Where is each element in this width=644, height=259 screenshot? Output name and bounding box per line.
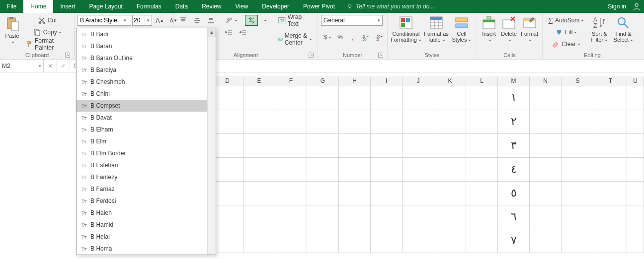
tab-page-layout[interactable]: Page Layout — [82, 0, 129, 13]
cell[interactable] — [627, 182, 644, 205]
cell[interactable] — [466, 110, 498, 134]
font-list-item[interactable]: TᴛB Farnaz — [77, 183, 216, 195]
font-list-item[interactable]: TᴛB Davat — [77, 112, 216, 124]
enter-formula-button[interactable]: ✓ — [57, 60, 70, 72]
cell[interactable] — [402, 229, 434, 253]
cell[interactable] — [594, 86, 627, 110]
font-list-item[interactable]: TᴛB Homa — [77, 243, 216, 255]
cell[interactable] — [212, 110, 243, 134]
cell[interactable] — [627, 229, 644, 253]
cancel-formula-button[interactable]: ✕ — [44, 60, 57, 72]
cell[interactable] — [371, 182, 402, 205]
font-list-item[interactable]: TᴛB Badr — [77, 28, 216, 40]
cell[interactable] — [307, 205, 339, 229]
cell[interactable] — [339, 229, 371, 253]
decrease-indent-button[interactable] — [223, 27, 236, 38]
dialog-launcher-icon[interactable]: ↘ — [65, 53, 70, 58]
paste-button[interactable]: Paste — [3, 15, 21, 50]
scroll-up-button[interactable]: ▲ — [208, 28, 216, 37]
cell[interactable] — [530, 158, 562, 182]
align-bottom-button[interactable] — [205, 15, 218, 26]
clear-button[interactable]: Clear — [546, 39, 586, 50]
cell[interactable] — [594, 205, 627, 229]
cell[interactable] — [594, 158, 627, 182]
tab-data[interactable]: Data — [168, 0, 195, 13]
cell[interactable] — [339, 182, 371, 205]
cell[interactable] — [243, 134, 275, 158]
font-list-item[interactable]: TᴛB Chini — [77, 88, 216, 100]
sort-filter-button[interactable]: AZ Sort & Filter — [588, 15, 610, 50]
cell[interactable] — [307, 182, 339, 205]
text-direction-rtl-button[interactable]: ¶ — [245, 15, 258, 26]
font-list-item[interactable]: TᴛB Baran Outline — [77, 52, 216, 64]
cell[interactable]: ١ — [498, 86, 530, 110]
format-as-table-button[interactable]: Format as Table — [423, 15, 449, 44]
tab-formulas[interactable]: Formulas — [130, 0, 168, 13]
cell[interactable] — [530, 86, 562, 110]
cell[interactable] — [307, 86, 339, 110]
cut-button[interactable]: Cut — [23, 15, 71, 26]
font-size-input[interactable] — [133, 17, 145, 24]
insert-cells-button[interactable]: Insert — [480, 15, 498, 44]
cell[interactable] — [627, 158, 644, 182]
cell[interactable] — [339, 134, 371, 158]
cell[interactable] — [562, 86, 594, 110]
dialog-launcher-icon[interactable]: ↘ — [309, 53, 314, 58]
cell[interactable] — [466, 229, 498, 253]
cell[interactable] — [402, 205, 434, 229]
cell[interactable] — [339, 205, 371, 229]
percent-button[interactable]: % — [335, 32, 346, 43]
cell[interactable]: ٧ — [498, 229, 530, 253]
wrap-text-button[interactable]: Wrap Text — [276, 15, 315, 26]
format-painter-button[interactable]: Format Painter — [23, 39, 71, 50]
cell[interactable] — [212, 182, 243, 205]
column-header-E[interactable]: E — [243, 76, 275, 86]
cell[interactable] — [275, 134, 307, 158]
name-box[interactable]: M2 ▾ — [0, 60, 44, 72]
number-format-combo[interactable]: General ▾ — [321, 15, 383, 26]
column-header-F[interactable]: F — [275, 76, 307, 86]
cell[interactable] — [562, 229, 594, 253]
cell[interactable] — [243, 182, 275, 205]
font-list-item[interactable]: TᴛB Haleh — [77, 207, 216, 219]
cell[interactable] — [434, 182, 466, 205]
cell[interactable] — [434, 134, 466, 158]
cell[interactable] — [275, 158, 307, 182]
font-name-dropdown-icon[interactable]: ▾ — [121, 15, 129, 25]
tab-power-pivot[interactable]: Power Pivot — [296, 0, 342, 13]
cell[interactable] — [562, 110, 594, 134]
font-list-item[interactable]: TᴛB Elham — [77, 124, 216, 135]
column-header-G[interactable]: G — [307, 76, 339, 86]
cell[interactable] — [371, 134, 402, 158]
format-cells-button[interactable]: Format — [520, 15, 539, 44]
conditional-formatting-button[interactable]: Conditional Formatting — [391, 15, 421, 44]
find-select-button[interactable]: Find & Select — [612, 15, 634, 50]
cell[interactable] — [402, 182, 434, 205]
cell[interactable] — [434, 229, 466, 253]
cell[interactable] — [307, 110, 339, 134]
font-list-item[interactable]: TᴛB Esfehan — [77, 159, 216, 171]
font-name-input[interactable] — [78, 17, 121, 24]
cell[interactable] — [562, 205, 594, 229]
column-header-U[interactable]: U — [627, 76, 644, 86]
font-list-item[interactable]: TᴛB Hamid — [77, 219, 216, 231]
cell[interactable] — [243, 110, 275, 134]
font-dropdown-list[interactable]: ▲ TᴛB BadrTᴛB BaranTᴛB Baran OutlineTᴛB … — [76, 28, 216, 255]
font-list-item[interactable]: TᴛB Baran — [77, 40, 216, 52]
cell[interactable] — [402, 158, 434, 182]
column-header-H[interactable]: H — [339, 76, 371, 86]
cell[interactable] — [434, 205, 466, 229]
tell-me-search[interactable]: Tell me what you want to do... — [347, 0, 434, 13]
cell-styles-button[interactable]: Cell Styles — [451, 15, 472, 44]
align-middle-button[interactable] — [191, 15, 204, 26]
font-size-combo[interactable]: ▾ — [132, 15, 152, 26]
cell[interactable] — [562, 134, 594, 158]
cell[interactable] — [243, 229, 275, 253]
font-list-item[interactable]: TᴛB Elm Border — [77, 147, 216, 159]
tab-file[interactable]: File — [0, 0, 23, 13]
sign-in-button[interactable]: Sign in — [602, 0, 632, 13]
cell[interactable] — [530, 182, 562, 205]
font-list-item[interactable]: TᴛB Compset — [77, 100, 216, 112]
column-header-D[interactable]: D — [212, 76, 243, 86]
column-header-L[interactable]: L — [466, 76, 498, 86]
